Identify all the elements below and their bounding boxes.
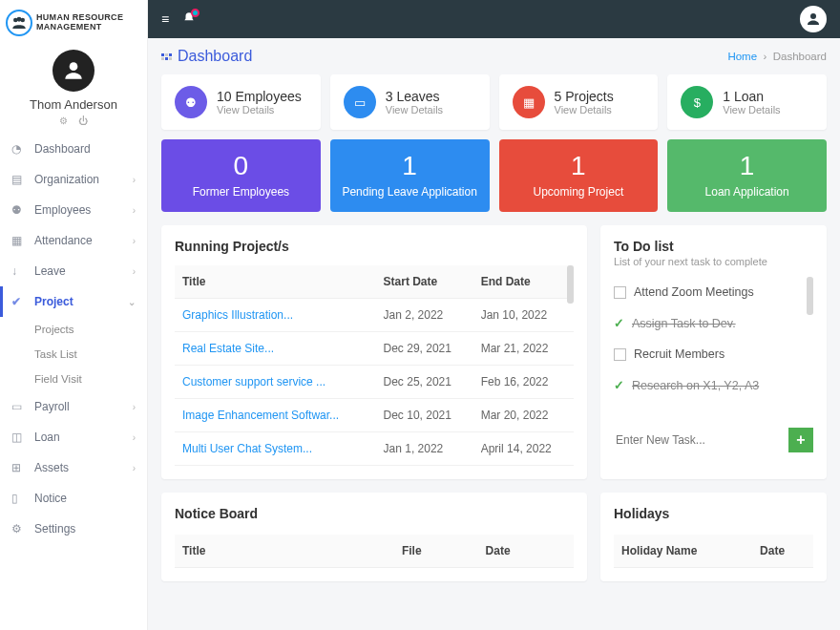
power-icon[interactable]: ⏻ (78, 116, 88, 126)
todo-text: Research on X1, Y2, A3 (632, 379, 759, 392)
table-header: Holiday Name (614, 535, 752, 568)
menu-toggle-icon[interactable]: ≡ (161, 11, 169, 27)
view-details-link[interactable]: View Details (217, 104, 302, 116)
table-row: Multi User Chat System...Jan 1, 2022Apri… (175, 432, 574, 466)
organization-icon: ▤ (11, 173, 25, 186)
tile-label: Loan Application (675, 185, 819, 199)
stat-icon: ⚉ (175, 86, 207, 118)
sidebar-subitem-task-list[interactable]: Task List (0, 342, 147, 367)
table-header: File (394, 535, 478, 568)
loan-icon: ◫ (11, 430, 25, 444)
sidebar-item-payroll[interactable]: ▭Payroll› (0, 391, 147, 422)
todo-item[interactable]: ✓Assign Task to Dev. (614, 307, 813, 339)
todo-input[interactable] (614, 428, 781, 452)
sidebar-item-settings[interactable]: ⚙Settings (0, 514, 147, 544)
stat-card: ▦5 ProjectsView Details (499, 74, 659, 130)
table-header: Date (752, 535, 813, 568)
sidebar-item-label: Project (34, 295, 128, 308)
gear-icon[interactable]: ⚙ (59, 116, 68, 126)
profile: Thom Anderson ⚙ ⏻ (0, 46, 147, 134)
start-date: Jan 2, 2022 (376, 299, 473, 332)
end-date: Jan 10, 2022 (473, 299, 574, 332)
notification-icon[interactable] (182, 11, 196, 28)
view-details-link[interactable]: View Details (723, 104, 780, 116)
project-link[interactable]: Multi User Chat System... (182, 442, 312, 455)
breadcrumb-current: Dashboard (773, 51, 827, 62)
chevron-right-icon: › (133, 432, 136, 443)
table-row: Customer support service ...Dec 25, 2021… (175, 366, 574, 399)
sidebar-item-label: Notice (34, 492, 136, 505)
view-details-link[interactable]: View Details (555, 104, 614, 116)
start-date: Dec 29, 2021 (376, 332, 473, 366)
checkbox[interactable] (614, 348, 626, 361)
stat-title: 5 Projects (555, 89, 614, 104)
view-details-link[interactable]: View Details (386, 104, 443, 116)
summary-tile[interactable]: 1Upcoming Project (499, 139, 659, 212)
todo-subtitle: List of your next task to complete (614, 256, 813, 267)
todo-item[interactable]: ✓Research on X1, Y2, A3 (614, 369, 813, 401)
todo-panel: To Do list List of your next task to com… (600, 225, 827, 479)
tile-value: 1 (675, 151, 819, 181)
summary-tile[interactable]: 1Loan Application (667, 139, 827, 212)
settings-icon: ⚙ (11, 522, 25, 536)
chevron-down-icon: ⌄ (128, 297, 136, 307)
sidebar-item-assets[interactable]: ⊞Assets› (0, 452, 147, 483)
sidebar-item-project[interactable]: ✔Project⌄ (0, 286, 147, 317)
end-date: Mar 21, 2022 (473, 332, 574, 366)
page-title: Dashboard (178, 48, 252, 65)
end-date: Mar 20, 2022 (473, 399, 574, 432)
add-task-button[interactable]: + (788, 428, 813, 452)
stat-icon: ▦ (513, 86, 545, 118)
summary-tile[interactable]: 1Pending Leave Application (330, 139, 490, 212)
sidebar-item-loan[interactable]: ◫Loan› (0, 422, 147, 452)
sidebar-item-attendance[interactable]: ▦Attendance› (0, 225, 147, 256)
sidebar-item-label: Attendance (34, 234, 133, 247)
todo-item[interactable]: Attend Zoom Meetings (614, 277, 813, 307)
table-header: Title (175, 265, 376, 299)
checkbox[interactable] (614, 286, 626, 299)
attendance-icon: ▦ (11, 234, 25, 247)
assets-icon: ⊞ (11, 461, 25, 474)
profile-name: Thom Anderson (0, 97, 147, 112)
check-icon: ✓ (614, 378, 624, 392)
sidebar-item-label: Settings (34, 522, 136, 536)
project-link[interactable]: Image Enhancement Softwar... (182, 409, 339, 422)
chevron-right-icon: › (133, 463, 136, 473)
sidebar-item-employees[interactable]: ⚉Employees› (0, 195, 147, 225)
project-link[interactable]: Graphics Illustration... (182, 308, 293, 322)
holidays-title: Holidays (614, 506, 813, 521)
project-link[interactable]: Customer support service ... (182, 375, 326, 388)
user-avatar-icon[interactable] (800, 6, 827, 32)
sidebar-item-leave[interactable]: ↓Leave› (0, 256, 147, 286)
end-date: April 14, 2022 (473, 432, 574, 466)
breadcrumb-home-link[interactable]: Home (727, 51, 757, 62)
running-projects-title: Running Project/s (175, 239, 574, 254)
sidebar-subitem-projects[interactable]: Projects (0, 317, 147, 342)
topbar: ≡ (148, 0, 840, 38)
tile-label: Pending Leave Application (338, 185, 482, 199)
stat-title: 3 Leaves (386, 89, 443, 104)
stat-icon: $ (681, 86, 713, 118)
stats-row: ⚉10 EmployeesView Details▭3 LeavesView D… (161, 74, 827, 130)
sidebar-item-label: Assets (34, 461, 133, 474)
svg-point-4 (810, 13, 816, 19)
tile-label: Upcoming Project (507, 185, 651, 199)
project-link[interactable]: Real Estate Site... (182, 342, 274, 355)
avatar-icon[interactable] (52, 50, 94, 92)
sidebar-item-label: Dashboard (34, 142, 136, 156)
end-date: Feb 16, 2022 (473, 366, 574, 399)
sidebar-item-label: Organization (34, 173, 133, 186)
chevron-right-icon: › (133, 175, 136, 185)
sidebar-item-dashboard[interactable]: ◔Dashboard (0, 134, 147, 164)
tile-label: Former Employees (169, 185, 313, 199)
sidebar-item-organization[interactable]: ▤Organization› (0, 164, 147, 195)
sidebar-subitem-field-visit[interactable]: Field Visit (0, 367, 147, 391)
todo-item[interactable]: Recruit Members (614, 339, 813, 369)
svg-point-3 (70, 62, 78, 71)
sidebar-item-notice[interactable]: ▯Notice (0, 483, 147, 514)
summary-tile[interactable]: 0Former Employees (161, 139, 321, 212)
start-date: Dec 25, 2021 (376, 366, 473, 399)
stat-card: ▭3 LeavesView Details (330, 74, 490, 130)
table-row: Image Enhancement Softwar...Dec 10, 2021… (175, 399, 574, 432)
leave-icon: ↓ (11, 264, 25, 278)
